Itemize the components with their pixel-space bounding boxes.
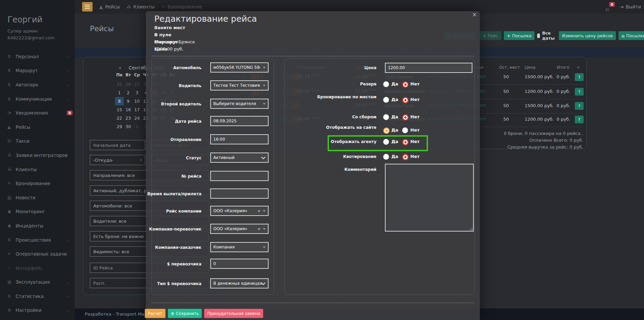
sidebar-item-Происшествия[interactable]: ⇅Происшествия⌄ — [0, 233, 75, 247]
radio-no-Резерв[interactable] — [402, 81, 409, 88]
radio-yes-Бронирование по местам[interactable] — [383, 97, 389, 103]
clear-icon[interactable]: × — [258, 84, 260, 87]
calendar-day-25[interactable]: 25 — [115, 80, 124, 88]
field-Время вылета/прилета[interactable] — [210, 188, 269, 199]
radio-no-label: Нет — [410, 114, 419, 119]
sidebar-item-Мониторинг[interactable]: ◉Мониторинг — [0, 205, 75, 219]
field-Второй водитель[interactable]: Выберите водителя — [210, 99, 269, 109]
sidebar-item-Статистика[interactable]: ⇅Статистика⌄ — [0, 289, 75, 303]
field-Рейс компании[interactable]: ООО «Калерия»× — [210, 206, 269, 216]
sidebar-item-label: Статистика — [16, 294, 44, 299]
radio-no-Отображать агенту[interactable] — [402, 139, 409, 145]
radio-yes-Квотирование[interactable] — [383, 154, 389, 160]
field-№ рейса[interactable] — [210, 171, 269, 181]
toolbar-checkbox-Все даты[interactable]: Все даты — [537, 31, 556, 41]
clear-icon[interactable]: × — [258, 227, 260, 231]
calendar-day-26[interactable]: 26 — [124, 80, 133, 88]
radio-yes-Резерв[interactable] — [383, 81, 389, 87]
filter-value: Начальная дата — [93, 143, 131, 148]
radio-yes-Отображать агенту[interactable] — [383, 139, 389, 145]
edit-icon: ✎ — [7, 181, 16, 186]
clear-icon[interactable]: × — [258, 66, 260, 69]
radio-yes-Отображать на сайте[interactable] — [383, 127, 390, 134]
calendar-day-1[interactable]: 1 — [115, 88, 124, 97]
close-icon[interactable]: × — [472, 11, 477, 18]
resize-handle[interactable] — [469, 226, 473, 231]
field-Компания-заказчик[interactable]: Компания — [210, 242, 269, 252]
calendar-day-22[interactable]: 22 — [115, 114, 124, 122]
sidebar-item-Маршрут[interactable]: ⇅Маршрут⌄ — [0, 64, 75, 78]
checkbox-icon[interactable] — [537, 34, 540, 38]
nav-item-Клиенты[interactable]: ⁂Клиенты — [126, 4, 155, 9]
modal-button-Сохранить[interactable]: ⊕Сохранить — [168, 309, 202, 318]
field-Автомобиль[interactable]: м056уе56 YUTONG 50× — [210, 62, 269, 73]
radio-yes-Со сбором[interactable] — [383, 114, 389, 120]
calendar-day-2[interactable]: 2 — [124, 88, 133, 97]
sidebar-item-Новости[interactable]: ▤Новости — [0, 191, 75, 205]
clear-icon[interactable]: × — [258, 209, 260, 213]
cell-seats-left: 50 — [503, 74, 509, 79]
radio-no-Отображать на сайте[interactable] — [402, 127, 408, 133]
toolbar-button-Рейс[interactable]: +Рейс — [480, 31, 501, 40]
calendar-day-23[interactable]: 23 — [124, 114, 133, 122]
field-Отправление[interactable]: 16:00 — [210, 134, 269, 144]
calendar-day-16[interactable]: 16 — [124, 105, 133, 114]
open-trip-button[interactable]: ↑ — [575, 116, 584, 123]
calendar-day-8[interactable]: 8 — [115, 97, 124, 105]
field-Водитель[interactable]: Тестов Тест Тестович× — [210, 80, 269, 91]
toolbar-button-Посылки[interactable]: ⌂Посылки — [619, 31, 644, 40]
field-value: 16:00 — [213, 137, 225, 142]
sidebar-item-Инциденты[interactable]: ◉Инциденты — [0, 219, 75, 233]
field-Тип $ перевозчика[interactable]: В денежных единицах — [210, 278, 269, 288]
sidebar-item-Интерфейс[interactable]: ✎Интерфейс — [0, 261, 75, 275]
calendar-day-9[interactable]: 9 — [124, 97, 133, 105]
comment-textarea[interactable] — [385, 164, 474, 232]
hamburger-menu-button[interactable] — [82, 2, 93, 12]
edit-trip-modal: Редактирование рейса × Занято мест 0В пу… — [146, 11, 480, 320]
sidebar-item-Бронирование[interactable]: ✎Бронирование — [0, 176, 75, 191]
calendar-day-3[interactable]: 3 — [133, 88, 141, 97]
sidebar-item-Рейсы[interactable]: ▲Рейсы — [0, 120, 75, 134]
plus-icon: + — [507, 33, 510, 38]
sidebar-item-Клиенты[interactable]: ⁂Клиенты — [0, 162, 75, 177]
radio-no-Квотирование[interactable] — [402, 154, 409, 160]
radio-no-Со сбором[interactable] — [402, 114, 409, 121]
comment-label: Комментарий — [309, 167, 376, 172]
toolbar-button-Посылка[interactable]: +Посылка — [504, 31, 534, 40]
filter-value: Есть брони: не важно — [93, 234, 144, 239]
column-header-add-2: + — [577, 65, 580, 70]
sidebar-item-Такси[interactable]: ⊟Такси — [0, 134, 75, 148]
sidebar-item-Оперативные задачи[interactable]: ✐Оперативные задачи — [0, 247, 75, 261]
sidebar-item-Заявки интеграторов[interactable]: ⁂Заявки интеграторов — [0, 148, 75, 162]
toolbar-button-Изменить цену рейсов[interactable]: Изменить цену рейсов — [559, 31, 616, 40]
field-Статус[interactable]: Активный — [210, 153, 269, 163]
sidebar-item-Настройки[interactable]: ⚙Настройки⌄ — [0, 303, 75, 318]
open-trip-button[interactable]: ↑ — [575, 73, 584, 81]
sidebar-item-Коммуникации[interactable]: ⇅Коммуникации⌄ — [0, 92, 75, 106]
field-label-Дата рейса: Дата рейса — [136, 119, 201, 124]
modal-button-Расчет[interactable]: Расчет — [145, 309, 165, 318]
calendar-day-29[interactable]: 29 — [115, 122, 124, 131]
sidebar-item-Уведомления[interactable]: ◔Уведомления0 — [0, 106, 75, 120]
modal-button-Принудительная замена[interactable]: Принудительная замена — [204, 309, 263, 318]
calendar-day-15[interactable]: 15 — [115, 105, 124, 114]
car-icon: ⊟ — [7, 139, 16, 143]
radio-no-Бронирование по местам[interactable] — [402, 97, 409, 103]
open-trip-button[interactable]: ↑ — [575, 102, 584, 110]
open-trip-button[interactable]: ↑ — [575, 88, 584, 96]
field-Компания-перевозчик[interactable]: ООО «Калерия»× — [210, 224, 269, 234]
field-price[interactable]: 1200.00 — [385, 63, 472, 73]
field-Дата рейса[interactable]: 08.09.2025 — [210, 116, 269, 126]
logout-button[interactable]: ⇥ Выйти — [620, 4, 641, 9]
sidebar-item-Автопарк[interactable]: ⇅Автопарк⌄ — [0, 78, 75, 92]
calendar-day-30[interactable]: 30 — [124, 122, 133, 131]
users-icon: ⁂ — [7, 167, 16, 172]
bell-icon[interactable]: ⍾ — [606, 6, 609, 13]
field-$ перевозчика[interactable]: 0 — [210, 259, 269, 269]
sidebar-item-Эксплуатация[interactable]: ▤Эксплуатация⌄ — [0, 275, 75, 289]
nav-item-Рейсы[interactable]: ▲Рейсы — [99, 4, 120, 9]
nav-item-Бронирование[interactable]: ✎Бронирование — [161, 4, 202, 9]
button-label: Расчет — [148, 311, 162, 316]
sidebar-item-Персонал[interactable]: ⇅Персонал⌄ — [0, 49, 75, 64]
calendar-prev-button[interactable]: « — [119, 65, 121, 70]
